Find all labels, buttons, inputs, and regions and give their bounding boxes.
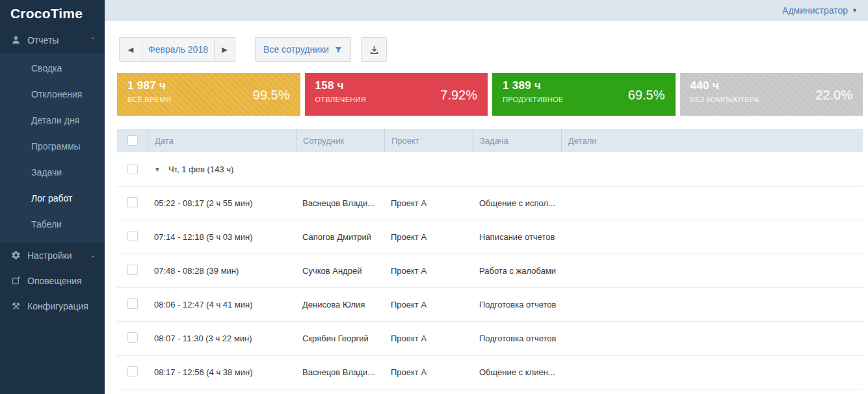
collapse-caret-icon[interactable]: ▼ — [154, 166, 161, 173]
column-header-details[interactable]: Детали — [561, 129, 863, 152]
next-period-button[interactable]: ▶ — [215, 37, 235, 62]
table-header: Дата Сотрудник Проект Задача Детали — [117, 129, 863, 152]
group-checkbox[interactable] — [127, 164, 138, 174]
cell-project: Проект А — [384, 232, 473, 242]
sidebar-item-label: Настройки — [27, 250, 72, 261]
kpi-percent: 99.5% — [253, 88, 290, 103]
kpi-card-total-time: 1 987 ч ВСЁ ВРЕМЯ 99.5% — [117, 73, 300, 116]
column-header-task[interactable]: Задача — [473, 129, 561, 152]
sidebar-item-notifications[interactable]: Оповещения — [0, 268, 105, 293]
sidebar-item-label: Оповещения — [27, 276, 82, 286]
cell-date: 08:07 - 11:30 (3 ч 22 мин) — [148, 334, 296, 343]
column-header-date[interactable]: Дата — [148, 129, 296, 152]
sidebar-item-settings[interactable]: Настройки ⌄ — [0, 243, 105, 268]
period-label: Февраль 2018 — [148, 44, 208, 55]
cell-employee: Денисова Юлия — [296, 300, 384, 309]
cell-date: 08:06 - 12:47 (4 ч 41 мин) — [148, 300, 296, 309]
cell-employee: Сапогов Дмитрий — [296, 232, 384, 242]
kpi-card-offline: 440 ч БЕЗ КОМПЬЮТЕРА 22.0% — [680, 73, 863, 116]
sidebar-item-log-rabot[interactable]: Лог работ — [0, 185, 105, 211]
kpi-percent: 22.0% — [815, 88, 852, 103]
sidebar-item-label: Отчеты — [27, 35, 59, 46]
cell-project: Проект А — [384, 300, 473, 309]
filter-funnel-icon — [334, 46, 343, 54]
sidebar-item-tabeli[interactable]: Табели — [0, 211, 105, 237]
cell-project: Проект А — [384, 198, 473, 208]
kpi-cards: 1 987 ч ВСЁ ВРЕМЯ 99.5% 158 ч ОТВЛЕЧЕНИЯ… — [117, 73, 863, 116]
cell-project: Проект А — [384, 334, 473, 343]
worklog-table: Дата Сотрудник Проект Задача Детали ▼ Чт… — [117, 129, 863, 389]
gear-icon — [10, 250, 21, 260]
cell-employee: Васнецов Влади... — [296, 367, 384, 377]
table-row[interactable]: 07:14 - 12:18 (5 ч 03 мин) Сапогов Дмитр… — [117, 220, 863, 254]
table-row[interactable]: 05:22 - 08:17 (2 ч 55 мин) Васнецов Влад… — [117, 187, 863, 220]
sidebar: CrocoTime Отчеты ⌃ Сводка Отклонения Дет… — [0, 0, 105, 394]
cell-date: 07:14 - 12:18 (5 ч 03 мин) — [148, 232, 296, 242]
table-row[interactable]: 08:17 - 12:56 (4 ч 38 мин) Васнецов Влад… — [117, 356, 863, 389]
table-row[interactable]: 07:48 - 08:28 (39 мин) Сучков Андрей Про… — [117, 254, 863, 288]
download-icon — [369, 44, 380, 55]
sidebar-item-programmy[interactable]: Программы — [0, 133, 105, 159]
cell-project: Проект А — [384, 266, 473, 276]
caret-down-icon: ▼ — [852, 7, 858, 14]
cell-date: 05:22 - 08:17 (2 ч 55 мин) — [148, 198, 296, 208]
sidebar-item-reports[interactable]: Отчеты ⌃ — [0, 27, 105, 53]
cell-date: 07:48 - 08:28 (39 мин) — [148, 266, 296, 276]
toolbar: ◀ Февраль 2018 ▶ Все сотрудники — [119, 37, 863, 62]
prev-arrow-icon: ◀ — [128, 46, 133, 54]
cell-employee: Скрябин Георгий — [296, 334, 384, 343]
chevron-up-icon: ⌃ — [90, 36, 96, 44]
table-row[interactable]: 08:07 - 11:30 (3 ч 22 мин) Скрябин Георг… — [117, 322, 863, 356]
cell-task: Подготовка отчетов — [473, 334, 561, 343]
column-header-project[interactable]: Проект — [384, 129, 473, 152]
period-switcher: ◀ Февраль 2018 ▶ — [119, 37, 235, 62]
column-header-employee[interactable]: Сотрудник — [296, 129, 384, 152]
kpi-card-productive: 1 389 ч ПРОДУКТИВНОЕ 69.5% — [492, 73, 676, 116]
row-checkbox[interactable] — [127, 197, 138, 207]
employees-filter-label: Все сотрудники — [263, 44, 329, 55]
cell-employee: Васнецов Влади... — [296, 198, 384, 208]
topbar: Администратор ▼ — [105, 0, 868, 21]
row-checkbox[interactable] — [127, 231, 138, 241]
sidebar-item-label: Конфигурация — [27, 301, 88, 311]
sidebar-item-detali-dnya[interactable]: Детали дня — [0, 107, 105, 133]
row-checkbox[interactable] — [127, 265, 138, 275]
user-menu-label: Администратор — [782, 5, 848, 16]
cell-employee: Сучков Андрей — [296, 266, 384, 276]
app-logo: CrocoTime — [0, 0, 105, 27]
tools-icon: ⚒ — [10, 300, 21, 312]
next-arrow-icon: ▶ — [222, 46, 227, 54]
cell-project: Проект А — [384, 367, 473, 377]
cell-task: Работа с жалобами — [473, 266, 561, 276]
cell-task: Подготовка отчетов — [473, 300, 561, 309]
group-label: Чт, 1 фев (143 ч) — [168, 164, 233, 174]
user-icon — [10, 35, 21, 45]
sidebar-item-configuration[interactable]: ⚒ Конфигурация — [0, 293, 105, 319]
chevron-down-icon: ⌄ — [90, 252, 96, 259]
cell-task: Общение с клиен... — [473, 367, 561, 377]
prev-period-button[interactable]: ◀ — [119, 37, 142, 62]
row-checkbox[interactable] — [127, 298, 138, 309]
group-row-day[interactable]: ▼ Чт, 1 фев (143 ч) — [117, 152, 863, 187]
sidebar-item-otkloneniya[interactable]: Отклонения — [0, 81, 105, 107]
sidebar-item-svodka[interactable]: Сводка — [0, 55, 105, 81]
cell-task: Общение с испол... — [473, 198, 561, 208]
sidebar-item-zadachi[interactable]: Задачи — [0, 159, 105, 185]
period-button[interactable]: Февраль 2018 — [142, 37, 215, 62]
export-button[interactable] — [361, 37, 387, 62]
table-row[interactable]: 08:06 - 12:47 (4 ч 41 мин) Денисова Юлия… — [117, 288, 863, 322]
user-menu[interactable]: Администратор ▼ — [782, 5, 858, 16]
cell-date: 08:17 - 12:56 (4 ч 38 мин) — [148, 367, 296, 377]
cell-task: Написание отчетов — [473, 232, 561, 242]
row-checkbox[interactable] — [127, 366, 138, 376]
kpi-card-distractions: 158 ч ОТВЛЕЧЕНИЯ 7.92% — [305, 73, 488, 116]
select-all-checkbox[interactable] — [127, 135, 138, 146]
employees-filter-button[interactable]: Все сотрудники — [255, 37, 351, 62]
notifications-icon — [10, 276, 21, 285]
kpi-percent: 69.5% — [628, 88, 665, 103]
kpi-percent: 7.92% — [440, 88, 477, 103]
main-content: ◀ Февраль 2018 ▶ Все сотрудники — [105, 21, 868, 394]
reports-submenu: Сводка Отклонения Детали дня Программы З… — [0, 53, 105, 243]
row-checkbox[interactable] — [127, 332, 138, 343]
